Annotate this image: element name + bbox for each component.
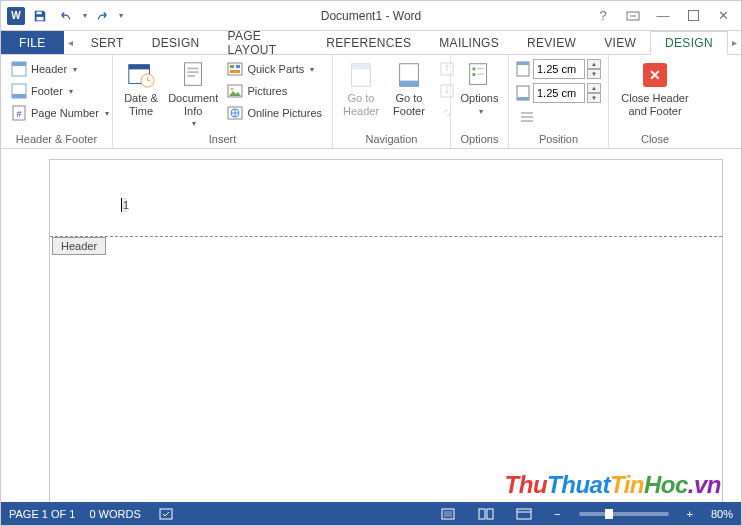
- svg-rect-42: [487, 509, 493, 519]
- options-label: Options: [461, 92, 499, 105]
- header-from-top-field[interactable]: ▲▼: [515, 58, 601, 80]
- svg-rect-16: [188, 75, 196, 77]
- read-mode-view-button[interactable]: [474, 502, 498, 525]
- svg-rect-0: [37, 11, 42, 14]
- group-insert: Date & Time Document Info▾ Quick Parts▾ …: [113, 55, 333, 148]
- tab-insert[interactable]: SERT: [77, 31, 138, 54]
- quick-parts-icon: [227, 61, 243, 77]
- qat-customize-icon[interactable]: ▾: [119, 11, 123, 20]
- zoom-out-button[interactable]: −: [550, 502, 564, 525]
- group-close: ✕ Close Header and Footer Close: [609, 55, 701, 148]
- online-pictures-button[interactable]: Online Pictures: [223, 102, 326, 124]
- document-info-label: Document Info: [168, 92, 218, 117]
- redo-button[interactable]: [91, 5, 113, 27]
- header-position-icon: [515, 61, 531, 77]
- footer-from-bottom-field[interactable]: ▲▼: [515, 82, 601, 104]
- tab-scroll-left[interactable]: ◂: [64, 31, 77, 54]
- ribbon-tabs: FILE ◂ SERT DESIGN PAGE LAYOUT REFERENCE…: [1, 31, 741, 55]
- undo-dropdown-icon[interactable]: ▾: [83, 11, 87, 20]
- close-window-button[interactable]: ✕: [709, 5, 737, 27]
- goto-footer-icon: [394, 60, 424, 90]
- chevron-down-icon: ▾: [73, 65, 77, 74]
- next-icon: [439, 83, 455, 99]
- previous-icon: [439, 61, 455, 77]
- svg-rect-32: [472, 68, 475, 71]
- close-header-footer-button[interactable]: ✕ Close Header and Footer: [617, 58, 692, 119]
- ribbon: Header▾ Footer▾ # Page Number▾ Header & …: [1, 55, 741, 149]
- document-info-icon: [178, 60, 208, 90]
- spin-down[interactable]: ▼: [587, 93, 601, 103]
- page-number-button[interactable]: # Page Number▾: [7, 102, 113, 124]
- tab-mailings[interactable]: MAILINGS: [425, 31, 513, 54]
- help-button[interactable]: ?: [589, 5, 617, 27]
- undo-button[interactable]: [55, 5, 77, 27]
- goto-footer-button[interactable]: Go to Footer: [387, 58, 431, 119]
- group-label-header-footer: Header & Footer: [7, 131, 106, 148]
- svg-rect-17: [228, 63, 242, 75]
- tab-file[interactable]: FILE: [1, 31, 64, 54]
- footer-position-icon: [515, 85, 531, 101]
- goto-header-button[interactable]: Go to Header: [339, 58, 383, 119]
- save-button[interactable]: [29, 5, 51, 27]
- link-icon: [439, 105, 455, 121]
- link-previous-button[interactable]: [435, 102, 459, 124]
- svg-rect-33: [472, 73, 475, 76]
- spin-up[interactable]: ▲: [587, 83, 601, 93]
- tab-design[interactable]: DESIGN: [138, 31, 214, 54]
- group-header-footer: Header▾ Footer▾ # Page Number▾ Header & …: [1, 55, 113, 148]
- text-cursor: 1: [121, 198, 127, 212]
- footer-from-bottom-input[interactable]: [533, 83, 585, 103]
- svg-rect-19: [236, 65, 240, 68]
- page-number-label: Page Number: [31, 107, 99, 119]
- svg-rect-41: [479, 509, 485, 519]
- tab-references[interactable]: REFERENCES: [312, 31, 425, 54]
- footer-button[interactable]: Footer▾: [7, 80, 113, 102]
- web-layout-view-button[interactable]: [512, 502, 536, 525]
- next-section-button[interactable]: [435, 80, 459, 102]
- previous-section-button[interactable]: [435, 58, 459, 80]
- group-navigation: Go to Header Go to Footer Navigation: [333, 55, 451, 148]
- svg-rect-20: [230, 70, 240, 73]
- word-count[interactable]: 0 WORDS: [89, 508, 140, 520]
- tab-scroll-right[interactable]: ▸: [728, 31, 741, 54]
- pictures-button[interactable]: Pictures: [223, 80, 326, 102]
- zoom-slider[interactable]: [579, 512, 669, 516]
- date-time-button[interactable]: Date & Time: [119, 58, 163, 119]
- insert-alignment-tab-button[interactable]: [515, 106, 601, 128]
- tab-review[interactable]: REVIEW: [513, 31, 590, 54]
- page[interactable]: 1 Header: [49, 159, 723, 502]
- svg-rect-11: [129, 65, 150, 70]
- ribbon-display-options-button[interactable]: [619, 5, 647, 27]
- zoom-slider-thumb[interactable]: [605, 509, 613, 519]
- spin-down[interactable]: ▼: [587, 69, 601, 79]
- minimize-button[interactable]: —: [649, 5, 677, 27]
- header-from-top-input[interactable]: [533, 59, 585, 79]
- page-indicator[interactable]: PAGE 1 OF 1: [9, 508, 75, 520]
- header-icon: [11, 61, 27, 77]
- online-pictures-label: Online Pictures: [247, 107, 322, 119]
- tab-page-layout[interactable]: PAGE LAYOUT: [214, 31, 313, 54]
- zoom-in-button[interactable]: +: [683, 502, 697, 525]
- header-button[interactable]: Header▾: [7, 58, 113, 80]
- maximize-button[interactable]: [679, 5, 707, 27]
- document-info-button[interactable]: Document Info▾: [167, 58, 219, 130]
- tab-view[interactable]: VIEW: [590, 31, 650, 54]
- header-boundary-line: [50, 236, 722, 237]
- pictures-icon: [227, 83, 243, 99]
- chevron-down-icon: ▾: [69, 87, 73, 96]
- zoom-level[interactable]: 80%: [711, 508, 733, 520]
- header-tag: Header: [52, 237, 106, 255]
- document-area[interactable]: 1 Header: [1, 151, 741, 502]
- footer-icon: [11, 83, 27, 99]
- status-bar: PAGE 1 OF 1 0 WORDS − + 80%: [1, 502, 741, 525]
- options-button[interactable]: Options▾: [457, 58, 502, 118]
- svg-rect-38: [160, 509, 172, 519]
- tab-header-footer-design[interactable]: DESIGN: [650, 31, 728, 55]
- header-label: Header: [31, 63, 67, 75]
- alignment-tab-icon: [519, 109, 535, 125]
- spelling-icon[interactable]: [155, 502, 179, 525]
- print-layout-view-button[interactable]: [436, 502, 460, 525]
- quick-parts-button[interactable]: Quick Parts▾: [223, 58, 326, 80]
- svg-rect-18: [230, 65, 234, 68]
- spin-up[interactable]: ▲: [587, 59, 601, 69]
